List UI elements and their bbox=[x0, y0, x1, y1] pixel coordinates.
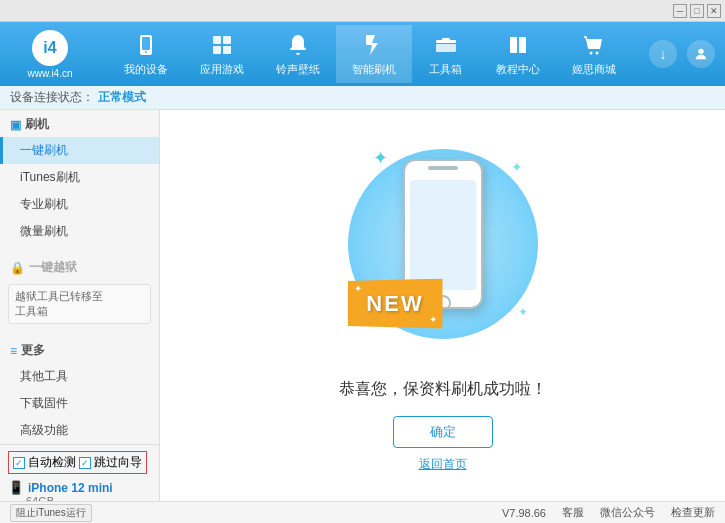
flash-icon bbox=[360, 31, 388, 59]
svg-rect-5 bbox=[213, 46, 221, 54]
header: i4 www.i4.cn 我的设备 应用游戏 铃声壁纸 bbox=[0, 22, 725, 86]
sidebar-item-itunes-flash[interactable]: iTunes刷机 bbox=[0, 164, 159, 191]
customer-service-link[interactable]: 客服 bbox=[562, 505, 584, 520]
sidebar-jailbreak-notice: 越狱工具已转移至工具箱 bbox=[8, 284, 151, 324]
ribbon-star-1: ✦ bbox=[354, 283, 362, 294]
nav-tutorial[interactable]: 教程中心 bbox=[480, 25, 556, 83]
skip-wizard-label: 跳过向导 bbox=[94, 454, 142, 471]
auto-connect-label: 自动检测 bbox=[28, 454, 76, 471]
status-bar: 设备连接状态： 正常模式 bbox=[0, 86, 725, 110]
sidebar-section-flash-label: 刷机 bbox=[25, 116, 49, 133]
nav-smart-flash[interactable]: 智能刷机 bbox=[336, 25, 412, 83]
nav-my-device-label: 我的设备 bbox=[124, 62, 168, 77]
svg-rect-4 bbox=[223, 36, 231, 44]
sparkle-3: ✦ bbox=[518, 305, 528, 319]
header-right: ↓ bbox=[649, 40, 715, 68]
sidebar-section-more: ≡ 更多 bbox=[0, 336, 159, 363]
checkboxes-outline: 自动检测 跳过向导 bbox=[8, 451, 147, 474]
more-sidebar-icon: ≡ bbox=[10, 344, 17, 358]
nav-app-games-label: 应用游戏 bbox=[200, 62, 244, 77]
success-message: 恭喜您，保资料刷机成功啦！ bbox=[339, 379, 547, 400]
nav-ringtone[interactable]: 铃声壁纸 bbox=[260, 25, 336, 83]
device-storage: 64GB bbox=[8, 495, 151, 501]
ribbon-star-2: ✦ bbox=[429, 314, 437, 325]
sidebar-item-one-click-flash[interactable]: 一键刷机 bbox=[0, 137, 159, 164]
sidebar-item-download-firmware[interactable]: 下载固件 bbox=[0, 390, 159, 417]
close-button[interactable]: ✕ bbox=[707, 4, 721, 18]
svg-rect-1 bbox=[142, 37, 150, 50]
svg-rect-8 bbox=[436, 44, 456, 52]
status-label: 设备连接状态： bbox=[10, 89, 94, 106]
minimize-button[interactable]: ─ bbox=[673, 4, 687, 18]
svg-rect-9 bbox=[442, 38, 450, 42]
download-button[interactable]: ↓ bbox=[649, 40, 677, 68]
sidebar-section-jailbreak-label: 一键越狱 bbox=[29, 259, 77, 276]
svg-point-11 bbox=[589, 52, 592, 55]
check-update-link[interactable]: 检查更新 bbox=[671, 505, 715, 520]
content-area: ✦ ✦ ✦ NEW ✦ ✦ 恭喜您，保资料刷机成功啦！ 确定 bbox=[160, 110, 725, 501]
device-name: iPhone 12 mini bbox=[28, 481, 113, 495]
sidebar-item-other-tools[interactable]: 其他工具 bbox=[0, 363, 159, 390]
book-icon bbox=[504, 31, 532, 59]
sidebar-item-advanced[interactable]: 高级功能 bbox=[0, 417, 159, 444]
status-value: 正常模式 bbox=[98, 89, 146, 106]
nav-toolbox-label: 工具箱 bbox=[429, 62, 462, 77]
confirm-button[interactable]: 确定 bbox=[393, 416, 493, 448]
nav-shop-label: 姬思商城 bbox=[572, 62, 616, 77]
stop-itunes-btn[interactable]: 阻止iTunes运行 bbox=[10, 504, 92, 522]
svg-point-12 bbox=[595, 52, 598, 55]
svg-point-13 bbox=[698, 49, 703, 54]
shop-icon bbox=[580, 31, 608, 59]
nav-toolbox[interactable]: 工具箱 bbox=[412, 25, 480, 83]
nav-smart-flash-label: 智能刷机 bbox=[352, 62, 396, 77]
new-badge-text: NEW bbox=[366, 291, 423, 317]
skip-wizard-checkbox-box[interactable] bbox=[79, 457, 91, 469]
nav-shop[interactable]: 姬思商城 bbox=[556, 25, 632, 83]
svg-point-2 bbox=[145, 51, 147, 53]
bell-icon bbox=[284, 31, 312, 59]
flash-sidebar-icon: ▣ bbox=[10, 118, 21, 132]
main-layout: ▣ 刷机 一键刷机 iTunes刷机 专业刷机 微量刷机 🔒 一键越狱 越狱工具… bbox=[0, 110, 725, 501]
logo-url: www.i4.cn bbox=[27, 68, 72, 79]
back-home-link[interactable]: 返回首页 bbox=[419, 456, 467, 473]
sidebar-item-save-data-flash[interactable]: 微量刷机 bbox=[0, 218, 159, 245]
maximize-button[interactable]: □ bbox=[690, 4, 704, 18]
phone-screen bbox=[410, 180, 476, 290]
logo-area: i4 www.i4.cn bbox=[10, 30, 90, 79]
svg-rect-6 bbox=[223, 46, 231, 54]
sidebar: ▣ 刷机 一键刷机 iTunes刷机 专业刷机 微量刷机 🔒 一键越狱 越狱工具… bbox=[0, 110, 160, 501]
window-controls: ─ □ ✕ bbox=[673, 4, 721, 18]
wechat-public-link[interactable]: 微信公众号 bbox=[600, 505, 655, 520]
sparkle-1: ✦ bbox=[373, 147, 388, 169]
nav-tutorial-label: 教程中心 bbox=[496, 62, 540, 77]
svg-rect-3 bbox=[213, 36, 221, 44]
nav-app-games[interactable]: 应用游戏 bbox=[184, 25, 260, 83]
nav-ringtone-label: 铃声壁纸 bbox=[276, 62, 320, 77]
title-bar: ─ □ ✕ bbox=[0, 0, 725, 22]
version-label: V7.98.66 bbox=[502, 507, 546, 519]
sparkle-2: ✦ bbox=[511, 159, 523, 175]
sidebar-section-jailbreak: 🔒 一键越狱 bbox=[0, 253, 159, 280]
lock-sidebar-icon: 🔒 bbox=[10, 261, 25, 275]
sidebar-section-more-label: 更多 bbox=[21, 342, 45, 359]
sidebar-item-pro-flash[interactable]: 专业刷机 bbox=[0, 191, 159, 218]
user-button[interactable] bbox=[687, 40, 715, 68]
phone-icon bbox=[132, 31, 160, 59]
auto-connect-checkbox-box[interactable] bbox=[13, 457, 25, 469]
sidebar-section-flash: ▣ 刷机 bbox=[0, 110, 159, 137]
new-badge: NEW ✦ ✦ bbox=[348, 279, 443, 329]
skip-wizard-checkbox[interactable]: 跳过向导 bbox=[79, 454, 142, 471]
full-bottom-bar: 阻止iTunes运行 V7.98.66 客服 微信公众号 检查更新 bbox=[0, 501, 725, 523]
nav-my-device[interactable]: 我的设备 bbox=[108, 25, 184, 83]
device-info: 📱 iPhone 12 mini 64GB Down-12mini-13.1 bbox=[8, 480, 151, 501]
nav-items: 我的设备 应用游戏 铃声壁纸 智能刷机 工具箱 bbox=[90, 25, 649, 83]
app-icon bbox=[208, 31, 236, 59]
auto-connect-checkbox[interactable]: 自动检测 bbox=[13, 454, 76, 471]
phone-illustration: ✦ ✦ ✦ NEW ✦ ✦ bbox=[343, 139, 543, 359]
logo-icon: i4 bbox=[32, 30, 68, 66]
bottom-right: V7.98.66 客服 微信公众号 检查更新 bbox=[502, 505, 715, 520]
tool-icon bbox=[432, 31, 460, 59]
